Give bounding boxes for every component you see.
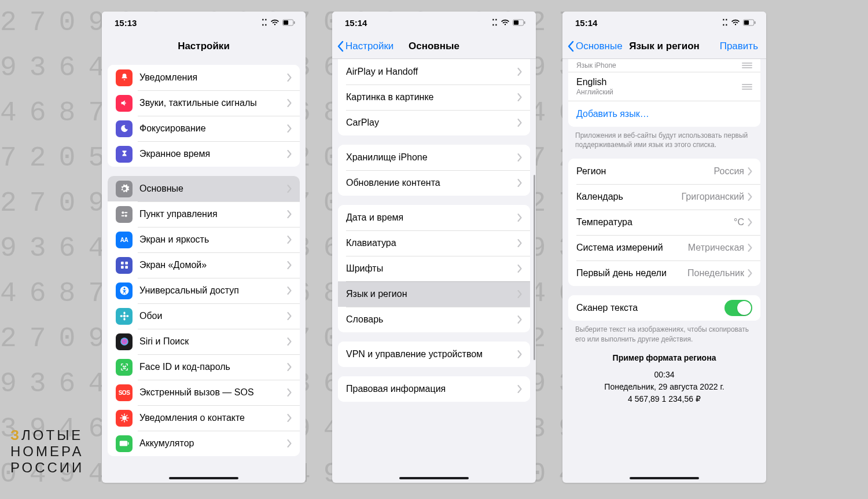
pref-row[interactable]: Регион Россия bbox=[568, 159, 760, 184]
pref-label: Первый день недели bbox=[576, 268, 687, 278]
home-indicator[interactable] bbox=[630, 477, 699, 479]
settings-row-label: AirPlay и Handoff bbox=[346, 67, 517, 77]
settings-row-label: Экран и яркость bbox=[139, 234, 287, 245]
settings-row-label: Обновление контента bbox=[346, 178, 517, 188]
settings-row[interactable]: Шрифты bbox=[338, 256, 530, 281]
settings-row-label: Экстренный вызов — SOS bbox=[139, 387, 287, 398]
back-button[interactable]: Основные bbox=[567, 34, 623, 58]
settings-row[interactable]: Универсальный доступ bbox=[108, 278, 300, 303]
chevron-right-icon bbox=[517, 179, 522, 187]
switches-icon bbox=[116, 206, 133, 223]
settings-row[interactable]: Siri и Поиск bbox=[108, 329, 300, 354]
chevron-right-icon bbox=[517, 153, 522, 162]
page-title: Язык и регион bbox=[629, 41, 700, 52]
settings-row[interactable]: CarPlay bbox=[338, 110, 530, 135]
back-button[interactable]: Настройки bbox=[337, 34, 393, 58]
pref-row[interactable]: Температура °C bbox=[568, 210, 760, 235]
add-language-button[interactable]: Добавить язык… bbox=[568, 101, 760, 127]
settings-row[interactable]: Уведомления bbox=[108, 65, 300, 90]
language-row[interactable]: English Английский bbox=[568, 72, 760, 101]
page-title: Основные bbox=[409, 41, 459, 52]
settings-row-label: Пункт управления bbox=[139, 209, 287, 219]
drag-handle-icon[interactable] bbox=[742, 63, 752, 68]
settings-row[interactable]: Фокусирование bbox=[108, 116, 300, 141]
status-bar: 15:13 ⁚⁚ bbox=[102, 12, 306, 34]
settings-row[interactable]: VPN и управление устройством bbox=[338, 342, 530, 367]
settings-row[interactable]: Face ID и код-пароль bbox=[108, 354, 300, 380]
settings-row[interactable]: AA Экран и яркость bbox=[108, 227, 300, 252]
settings-row[interactable]: Обои bbox=[108, 303, 300, 329]
language-list-section: Язык iPhone English Английский Добавить … bbox=[568, 59, 760, 127]
chevron-right-icon bbox=[748, 193, 752, 201]
svg-line-29 bbox=[126, 415, 127, 416]
settings-row[interactable]: Звуки, тактильные сигналы bbox=[108, 90, 300, 116]
settings-row[interactable]: Основные bbox=[108, 176, 300, 201]
settings-row[interactable]: Обновление контента bbox=[338, 170, 530, 196]
pref-value: Григорианский bbox=[682, 192, 744, 202]
iphone-language-row[interactable]: Язык iPhone bbox=[568, 59, 760, 72]
settings-row[interactable]: Уведомления о контакте bbox=[108, 405, 300, 431]
wifi-icon bbox=[501, 19, 510, 26]
chevron-right-icon bbox=[287, 99, 292, 107]
scroll-indicator[interactable] bbox=[534, 175, 535, 360]
settings-row[interactable]: Дата и время bbox=[338, 205, 530, 230]
pref-label: Календарь bbox=[576, 192, 682, 202]
chevron-right-icon bbox=[517, 290, 522, 298]
general-group-media: AirPlay и Handoff Картинка в картинке Ca… bbox=[338, 59, 530, 135]
live-text-footer: Выберите текст на изображениях, чтобы ск… bbox=[562, 321, 766, 343]
svg-point-20 bbox=[125, 366, 126, 366]
battery-icon bbox=[513, 19, 525, 26]
pref-row[interactable]: Первый день недели Понедельник bbox=[568, 260, 760, 286]
settings-row[interactable]: Экран «Домой» bbox=[108, 252, 300, 278]
settings-row[interactable]: Клавиатура bbox=[338, 230, 530, 256]
settings-row-label: Фокусирование bbox=[139, 123, 287, 134]
settings-row[interactable]: AirPlay и Handoff bbox=[338, 59, 530, 85]
home-indicator[interactable] bbox=[399, 477, 469, 479]
svg-point-5 bbox=[124, 215, 127, 217]
region-format-example: Пример формата региона 00:34 Понедельник… bbox=[562, 344, 766, 413]
settings-row[interactable]: Хранилище iPhone bbox=[338, 145, 530, 170]
settings-row[interactable]: Правовая информация bbox=[338, 376, 530, 402]
chevron-right-icon bbox=[287, 337, 292, 346]
svg-rect-4 bbox=[124, 212, 127, 213]
page-title: Настройки bbox=[178, 41, 230, 52]
pref-row[interactable]: Система измерений Метрическая bbox=[568, 235, 760, 260]
settings-row[interactable]: Язык и регион bbox=[338, 281, 530, 307]
drag-handle-icon[interactable] bbox=[742, 84, 752, 90]
svg-point-18 bbox=[120, 337, 128, 346]
pref-value: Россия bbox=[714, 166, 744, 177]
iphone-language-caption: Язык iPhone bbox=[576, 61, 742, 69]
bell-icon bbox=[116, 69, 133, 86]
chevron-right-icon bbox=[748, 218, 752, 226]
svg-rect-33 bbox=[514, 20, 518, 24]
settings-row[interactable]: Картинка в картинке bbox=[338, 85, 530, 110]
settings-row[interactable]: Аккумулятор bbox=[108, 431, 300, 456]
settings-row-label: Универсальный доступ bbox=[139, 285, 287, 296]
edit-button[interactable]: Править bbox=[720, 34, 758, 58]
pref-row[interactable]: Календарь Григорианский bbox=[568, 184, 760, 210]
battery-icon bbox=[282, 19, 295, 26]
nav-header: Настройки Основные bbox=[332, 34, 536, 59]
chevron-right-icon bbox=[287, 388, 292, 397]
chevron-right-icon bbox=[517, 350, 522, 358]
svg-rect-7 bbox=[121, 262, 124, 265]
settings-row[interactable]: Словарь bbox=[338, 307, 530, 332]
settings-row-label: Шрифты bbox=[346, 263, 517, 274]
phone-settings-root: 15:13 ⁚⁚ Настройки Уведомления Звуки, та… bbox=[102, 12, 306, 483]
live-text-row[interactable]: Сканер текста bbox=[568, 295, 760, 321]
svg-rect-36 bbox=[744, 20, 749, 24]
battery-icon bbox=[743, 19, 756, 26]
svg-rect-31 bbox=[128, 442, 129, 445]
battery-icon bbox=[116, 435, 133, 452]
general-group-vpn: VPN и управление устройством bbox=[338, 342, 530, 367]
home-indicator[interactable] bbox=[169, 477, 238, 479]
settings-row[interactable]: SOS Экстренный вызов — SOS bbox=[108, 380, 300, 405]
grid-icon bbox=[116, 257, 133, 274]
settings-row-label: Картинка в картинке bbox=[346, 92, 517, 102]
chevron-right-icon bbox=[517, 214, 522, 222]
chevron-right-icon bbox=[287, 439, 292, 447]
live-text-toggle[interactable] bbox=[724, 300, 752, 316]
status-time: 15:13 bbox=[115, 18, 137, 28]
settings-row[interactable]: Пункт управления bbox=[108, 201, 300, 227]
settings-row[interactable]: Экранное время bbox=[108, 141, 300, 167]
